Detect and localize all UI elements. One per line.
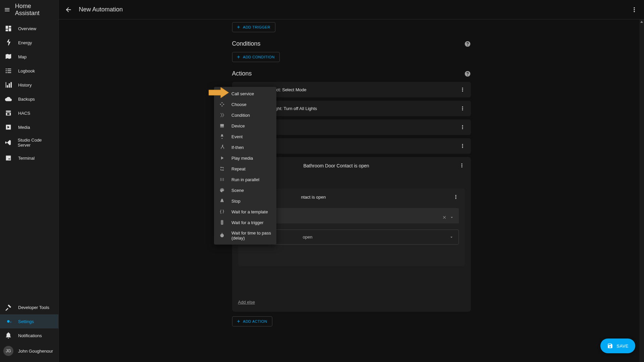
bolt-icon <box>5 39 12 46</box>
back-icon[interactable] <box>65 6 72 13</box>
save-icon <box>607 343 613 349</box>
sidebar-item-overview[interactable]: Overview <box>0 21 58 36</box>
sidebar-label: Backups <box>18 97 35 102</box>
stop-icon <box>219 198 225 204</box>
branch-icon <box>219 145 225 150</box>
dropdown-item-wait-template[interactable]: Wait for a template <box>214 206 276 217</box>
map-icon <box>5 53 12 60</box>
event-icon <box>219 134 225 139</box>
bell-icon <box>5 332 12 339</box>
list-icon <box>5 67 12 74</box>
sidebar-item-backups[interactable]: Backups <box>0 92 58 106</box>
add-trigger-button[interactable]: + ADD TRIGGER <box>232 22 276 32</box>
actions-header: Actions <box>232 70 471 77</box>
more-icon[interactable] <box>460 124 466 130</box>
more-icon[interactable] <box>631 6 638 13</box>
repeat-icon <box>219 166 225 171</box>
add-action-button[interactable]: + ADD ACTION <box>232 316 272 326</box>
dropdown-item-event[interactable]: Event <box>214 131 276 142</box>
sidebar-item-hacs[interactable]: HACS <box>0 106 58 120</box>
chart-icon <box>5 81 12 89</box>
sidebar-label: Developer Tools <box>18 305 49 310</box>
cloud-icon <box>5 95 12 103</box>
dropdown-item-repeat[interactable]: Repeat <box>214 163 276 174</box>
gear-icon <box>5 318 12 325</box>
sidebar-item-history[interactable]: History <box>0 78 58 92</box>
terminal-icon <box>5 154 12 162</box>
plus-icon: + <box>237 319 240 324</box>
more-icon[interactable] <box>453 194 459 200</box>
sidebar-label: Studio Code Server <box>18 138 54 148</box>
plus-icon: + <box>237 54 240 60</box>
dropdown-item-stop[interactable]: Stop <box>214 196 276 206</box>
parallel-icon <box>219 177 225 182</box>
menu-icon[interactable] <box>4 6 10 13</box>
sidebar-item-code-server[interactable]: Studio Code Server <box>0 134 58 151</box>
save-button[interactable]: SAVE <box>600 339 635 353</box>
vscode-icon <box>5 139 12 146</box>
sidebar-label: History <box>18 83 32 88</box>
sidebar-item-settings[interactable]: Settings <box>0 314 58 328</box>
add-condition-button[interactable]: + ADD CONDITION <box>232 52 280 62</box>
annotation-arrow <box>209 87 229 99</box>
user-name: John Goughenour <box>18 349 53 354</box>
sidebar-item-map[interactable]: Map <box>0 50 58 64</box>
help-icon[interactable] <box>464 70 471 77</box>
sidebar-label: Overview <box>18 26 36 31</box>
dropdown-item-play-media[interactable]: Play media <box>214 153 276 163</box>
sidebar-item-media[interactable]: Media <box>0 120 58 134</box>
more-icon[interactable] <box>460 143 466 149</box>
dropdown-item-choose[interactable]: Choose <box>214 99 276 110</box>
play-box-icon <box>5 123 12 131</box>
sidebar-bottom: Developer Tools Settings Notifications J… <box>0 300 58 362</box>
dropdown-icon[interactable] <box>449 215 454 220</box>
timer-icon <box>219 233 225 238</box>
scene-icon <box>219 188 225 193</box>
dropdown-item-parallel[interactable]: Run in parallel <box>214 174 276 185</box>
app-title: Home Assistant <box>15 3 54 17</box>
dropdown-item-scene[interactable]: Scene <box>214 185 276 196</box>
dropdown-item-device[interactable]: Device <box>214 120 276 131</box>
sidebar-item-terminal[interactable]: Terminal <box>0 151 58 165</box>
sidebar: Home Assistant Overview Energy Map Logbo… <box>0 0 59 362</box>
more-icon[interactable] <box>460 105 466 111</box>
sidebar-label: Energy <box>18 40 32 45</box>
sidebar-item-energy[interactable]: Energy <box>0 36 58 50</box>
sidebar-label: Media <box>18 125 30 130</box>
sidebar-user[interactable]: JG John Goughenour <box>0 343 58 359</box>
sidebar-label: Settings <box>18 319 34 324</box>
add-else-link[interactable]: Add else <box>238 300 255 305</box>
sidebar-label: Logbook <box>18 68 35 73</box>
traffic-icon <box>219 220 225 225</box>
content: + ADD TRIGGER Conditions + ADD CONDITION… <box>59 19 644 362</box>
sidebar-header: Home Assistant <box>0 0 58 19</box>
actions-title: Actions <box>232 70 252 77</box>
store-icon <box>5 109 12 117</box>
dropdown-icon[interactable] <box>449 235 454 240</box>
dropdown-item-if-then[interactable]: If-then <box>214 142 276 153</box>
help-icon[interactable] <box>464 41 471 47</box>
sidebar-label: Terminal <box>18 156 35 161</box>
plus-icon: + <box>237 24 240 30</box>
hammer-icon <box>5 304 12 311</box>
sidebar-label: Map <box>18 54 26 59</box>
page-title: New Automation <box>79 6 631 13</box>
dropdown-item-condition[interactable]: Condition <box>214 110 276 120</box>
more-icon[interactable] <box>459 162 465 168</box>
sidebar-item-dev-tools[interactable]: Developer Tools <box>0 300 58 314</box>
sidebar-item-notifications[interactable]: Notifications <box>0 328 58 343</box>
dropdown-item-wait-delay[interactable]: Wait for time to pass (delay) <box>214 228 276 243</box>
choose-icon <box>219 102 225 107</box>
more-icon[interactable] <box>460 87 466 93</box>
topbar: New Automation <box>59 0 644 19</box>
sidebar-nav: Overview Energy Map Logbook History Back… <box>0 19 58 300</box>
play-icon <box>219 155 225 161</box>
dropdown-item-wait-trigger[interactable]: Wait for a trigger <box>214 217 276 228</box>
clear-icon[interactable] <box>442 215 447 220</box>
action-title: Input select: Select Mode <box>258 87 460 92</box>
sidebar-item-logbook[interactable]: Logbook <box>0 64 58 78</box>
scrollbar[interactable] <box>639 19 644 362</box>
device-icon <box>219 123 225 128</box>
main: New Automation + ADD TRIGGER Conditions … <box>59 0 644 362</box>
condition-icon <box>219 112 225 118</box>
